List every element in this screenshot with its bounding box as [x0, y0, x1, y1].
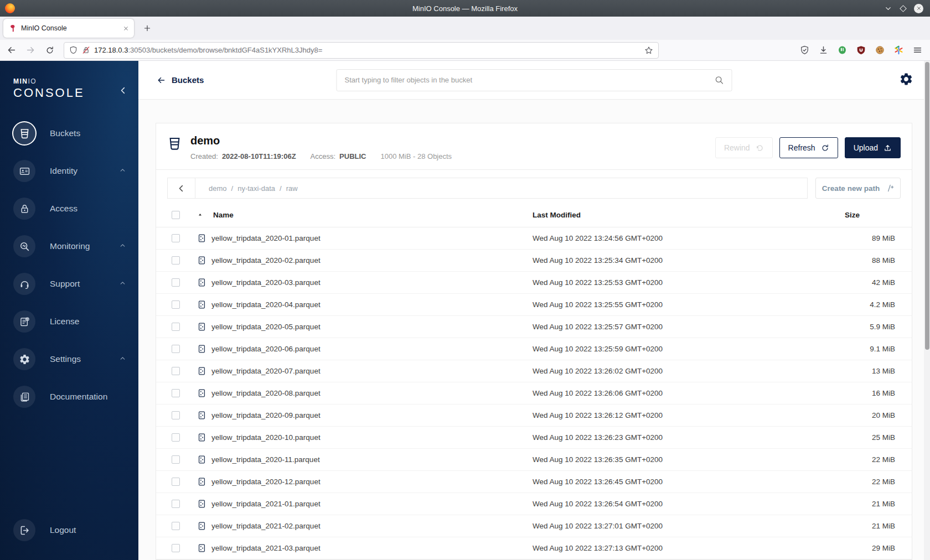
table-row[interactable]: yellow_tripdata_2021-03.parquet Wed Aug …	[156, 537, 912, 559]
window-maximize-icon[interactable]	[900, 5, 907, 12]
table-row[interactable]: yellow_tripdata_2020-06.parquet Wed Aug …	[156, 338, 912, 360]
settings-gear-icon[interactable]	[899, 72, 913, 89]
table-row[interactable]: yellow_tripdata_2021-02.parquet Wed Aug …	[156, 515, 912, 537]
sidebar-collapse-icon[interactable]	[119, 86, 127, 97]
menu-hamburger-icon[interactable]	[913, 45, 922, 55]
row-checkbox[interactable]	[172, 234, 180, 242]
sidebar-item-monitoring[interactable]: Monitoring	[0, 227, 138, 265]
browser-tab[interactable]: MinIO Console	[3, 19, 134, 38]
cookie-extension-icon[interactable]	[875, 45, 885, 55]
row-checkbox[interactable]	[172, 433, 180, 442]
object-name[interactable]: yellow_tripdata_2021-02.parquet	[211, 522, 321, 530]
table-row[interactable]: yellow_tripdata_2020-08.parquet Wed Aug …	[156, 382, 912, 405]
table-row[interactable]: yellow_tripdata_2020-09.parquet Wed Aug …	[156, 405, 912, 427]
row-checkbox[interactable]	[172, 345, 180, 353]
sidebar-item-license[interactable]: License	[0, 303, 138, 340]
object-name[interactable]: yellow_tripdata_2020-10.parquet	[211, 433, 321, 442]
refresh-button[interactable]: Refresh	[779, 137, 838, 158]
table-row[interactable]: yellow_tripdata_2020-01.parquet Wed Aug …	[156, 227, 912, 250]
reload-button[interactable]	[42, 43, 58, 58]
row-checkbox[interactable]	[172, 411, 180, 419]
row-checkbox[interactable]	[172, 478, 180, 486]
url-text[interactable]: 172.18.0.3:30503/buckets/demo/browse/bnk…	[94, 46, 644, 54]
object-name[interactable]: yellow_tripdata_2021-01.parquet	[211, 500, 321, 508]
table-row[interactable]: yellow_tripdata_2021-01.parquet Wed Aug …	[156, 493, 912, 515]
table-row[interactable]: yellow_tripdata_2020-07.parquet Wed Aug …	[156, 360, 912, 382]
ublock-extension-icon[interactable]	[856, 45, 866, 55]
object-size: 20 MiB	[840, 411, 912, 419]
object-name[interactable]: yellow_tripdata_2020-06.parquet	[211, 345, 321, 353]
table-row[interactable]: yellow_tripdata_2020-04.parquet Wed Aug …	[156, 294, 912, 316]
object-name[interactable]: yellow_tripdata_2020-05.parquet	[211, 323, 321, 331]
scrollbar-thumb[interactable]	[925, 62, 929, 350]
row-checkbox[interactable]	[172, 256, 180, 265]
upload-button[interactable]: Upload	[845, 137, 901, 158]
sidebar-item-access[interactable]: Access	[0, 190, 138, 227]
green-extension-icon[interactable]	[838, 45, 847, 55]
object-name[interactable]: yellow_tripdata_2020-08.parquet	[211, 389, 321, 397]
bookmark-star-icon[interactable]	[644, 46, 653, 55]
sidebar-item-label: Logout	[50, 525, 126, 535]
sidebar-item-settings[interactable]: Settings	[0, 340, 138, 378]
path-back-chevron[interactable]	[168, 178, 195, 198]
row-checkbox[interactable]	[172, 278, 180, 287]
chevron-left-icon	[177, 184, 185, 193]
create-new-path-button[interactable]: Create new path	[815, 178, 901, 199]
object-name[interactable]: yellow_tripdata_2020-07.parquet	[211, 367, 321, 375]
window-minimize-icon[interactable]	[884, 4, 892, 13]
sidebar-item-logout[interactable]: Logout	[0, 511, 138, 549]
row-checkbox[interactable]	[172, 500, 180, 508]
new-tab-button[interactable]	[140, 20, 155, 36]
breadcrumb-segment[interactable]: ny-taxi-data	[237, 184, 275, 193]
tracking-protection-shield-icon[interactable]	[69, 46, 78, 54]
search-input[interactable]	[345, 76, 715, 84]
colorful-extension-icon[interactable]	[894, 45, 903, 55]
chevron-up-icon[interactable]	[119, 354, 126, 364]
table-row[interactable]: yellow_tripdata_2020-10.parquet Wed Aug …	[156, 427, 912, 449]
table-row[interactable]: yellow_tripdata_2020-12.parquet Wed Aug …	[156, 471, 912, 493]
insecure-lock-icon[interactable]	[82, 46, 90, 54]
object-name[interactable]: yellow_tripdata_2021-03.parquet	[211, 544, 321, 552]
chevron-up-icon[interactable]	[119, 279, 126, 289]
object-name[interactable]: yellow_tripdata_2020-01.parquet	[211, 234, 321, 242]
sidebar-item-documentation[interactable]: Documentation	[0, 378, 138, 416]
row-checkbox[interactable]	[172, 455, 180, 464]
back-button[interactable]	[3, 43, 19, 58]
table-row[interactable]: yellow_tripdata_2020-11.parquet Wed Aug …	[156, 449, 912, 471]
breadcrumb-segment[interactable]: demo	[209, 184, 227, 193]
window-close-icon[interactable]	[914, 4, 923, 13]
chevron-up-icon[interactable]	[119, 166, 126, 176]
table-row[interactable]: yellow_tripdata_2020-02.parquet Wed Aug …	[156, 250, 912, 272]
object-name[interactable]: yellow_tripdata_2020-04.parquet	[211, 300, 321, 309]
back-to-buckets-link[interactable]: Buckets	[157, 75, 204, 85]
object-name[interactable]: yellow_tripdata_2020-03.parquet	[211, 278, 321, 287]
url-bar[interactable]: 172.18.0.3:30503/buckets/demo/browse/bnk…	[64, 42, 659, 59]
object-size: 4.2 MiB	[840, 300, 912, 309]
sidebar-item-buckets[interactable]: Buckets	[0, 115, 138, 152]
object-name[interactable]: yellow_tripdata_2020-09.parquet	[211, 411, 321, 419]
row-checkbox[interactable]	[172, 300, 180, 309]
protections-shield-icon[interactable]	[800, 45, 809, 55]
sidebar-item-identity[interactable]: Identity	[0, 152, 138, 190]
row-checkbox[interactable]	[172, 544, 180, 552]
row-checkbox[interactable]	[172, 323, 180, 331]
row-checkbox[interactable]	[172, 367, 180, 375]
row-checkbox[interactable]	[172, 389, 180, 397]
downloads-icon[interactable]	[819, 45, 828, 55]
table-row[interactable]: yellow_tripdata_2020-05.parquet Wed Aug …	[156, 316, 912, 338]
forward-button[interactable]	[22, 43, 39, 58]
table-row[interactable]: yellow_tripdata_2020-03.parquet Wed Aug …	[156, 272, 912, 294]
column-header-name[interactable]: Name	[197, 211, 533, 219]
row-checkbox[interactable]	[172, 522, 180, 530]
page-scrollbar[interactable]	[924, 61, 930, 560]
object-name[interactable]: yellow_tripdata_2020-11.parquet	[211, 455, 320, 464]
breadcrumb-segment[interactable]: raw	[286, 184, 298, 193]
object-name[interactable]: yellow_tripdata_2020-12.parquet	[211, 478, 321, 486]
tab-close-icon[interactable]	[123, 25, 129, 32]
table-header: Name Last Modified Size	[156, 203, 912, 227]
select-all-checkbox[interactable]	[172, 211, 180, 219]
sidebar-item-support[interactable]: Support	[0, 265, 138, 303]
rewind-button[interactable]: Rewind	[715, 137, 773, 158]
object-name[interactable]: yellow_tripdata_2020-02.parquet	[211, 256, 321, 265]
chevron-up-icon[interactable]	[119, 241, 126, 251]
